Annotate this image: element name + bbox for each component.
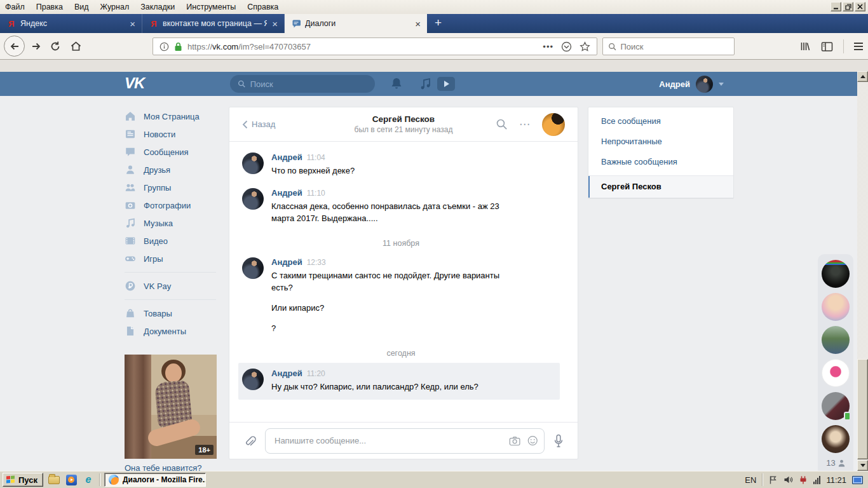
network-plug-icon[interactable] <box>799 475 808 485</box>
menu-icon[interactable] <box>854 43 863 50</box>
scroll-up-button[interactable] <box>857 71 868 82</box>
music-icon[interactable] <box>419 77 432 91</box>
tab-close-icon[interactable]: × <box>128 19 137 29</box>
gamepad-icon <box>125 253 136 264</box>
friend-avatar[interactable] <box>822 293 850 321</box>
forward-button[interactable] <box>31 41 42 52</box>
menu-history[interactable]: Журнал <box>100 3 130 11</box>
reload-button[interactable] <box>50 41 61 52</box>
filter-all-messages[interactable]: Все сообщения <box>588 111 733 132</box>
ad-image[interactable]: 18+ <box>125 355 217 459</box>
quicklaunch-ie[interactable]: e <box>82 473 95 486</box>
volume-icon[interactable] <box>783 475 793 484</box>
menu-file[interactable]: Файл <box>5 3 25 11</box>
back-button[interactable] <box>4 36 25 57</box>
avatar[interactable] <box>242 369 264 390</box>
bookmark-star-icon[interactable] <box>580 41 590 52</box>
chat-search-icon[interactable] <box>496 118 508 130</box>
network-monitor-icon[interactable] <box>852 476 863 484</box>
tab-close-icon[interactable]: × <box>271 19 279 29</box>
friend-avatar[interactable] <box>822 392 850 420</box>
message-input[interactable] <box>275 436 503 445</box>
sidebar-item-groups[interactable]: Группы <box>125 179 220 196</box>
sidebar-item-friends[interactable]: Друзья <box>125 161 220 179</box>
browser-search[interactable] <box>602 37 735 55</box>
vk-search-input[interactable] <box>250 79 367 89</box>
photo-camera-icon[interactable] <box>509 435 520 447</box>
message: Андрей12:33 С такими трещинами сантос не… <box>242 252 560 340</box>
start-button[interactable]: Пуск <box>3 473 43 487</box>
avatar[interactable] <box>242 188 264 210</box>
message-author[interactable]: Андрей <box>271 369 302 378</box>
back-link[interactable]: Назад <box>242 119 318 129</box>
ad-caption-link[interactable]: Она тебе нравится? <box>125 463 217 471</box>
vk-header-search[interactable] <box>230 75 375 93</box>
attach-paperclip-icon[interactable] <box>243 435 256 447</box>
menu-help[interactable]: Справка <box>247 3 278 11</box>
language-indicator[interactable]: EN <box>745 475 756 485</box>
sidebar-item-news[interactable]: Новости <box>125 125 220 143</box>
sidebar-item-games[interactable]: Игры <box>125 250 220 268</box>
message-author[interactable]: Андрей <box>271 152 302 162</box>
url-text[interactable]: https://vk.com/im?sel=470703657 <box>187 42 538 51</box>
signal-strength-icon[interactable] <box>813 476 820 484</box>
flag-icon[interactable] <box>768 475 778 485</box>
sidebar-item-docs[interactable]: Документы <box>125 322 220 340</box>
sidebar-item-market[interactable]: Товары <box>125 304 220 322</box>
avatar[interactable] <box>242 257 264 279</box>
quicklaunch-mediaplayer[interactable] <box>65 473 78 486</box>
avatar[interactable] <box>242 152 264 174</box>
quicklaunch-explorer[interactable] <box>48 473 60 486</box>
vk-logo[interactable]: VK <box>125 74 144 92</box>
sidebar-item-messages[interactable]: Сообщения <box>125 143 220 161</box>
menu-tools[interactable]: Инструменты <box>186 3 236 11</box>
friend-avatar[interactable] <box>822 326 850 354</box>
site-info-icon[interactable] <box>159 42 169 51</box>
scrollbar-thumb[interactable] <box>857 359 868 459</box>
browser-search-input[interactable] <box>620 42 729 51</box>
close-window-button[interactable] <box>855 2 865 11</box>
tab-close-icon[interactable]: × <box>414 19 422 29</box>
microphone-icon[interactable] <box>553 434 564 448</box>
home-button[interactable] <box>70 41 82 52</box>
tab-yandex[interactable]: Я Яндекс × <box>0 14 142 33</box>
sidebar-item-music[interactable]: Музыка <box>125 214 220 232</box>
video-icon[interactable] <box>437 77 455 91</box>
friends-online-count[interactable]: 13 <box>818 458 853 468</box>
restore-button[interactable] <box>843 2 853 11</box>
menu-bookmarks[interactable]: Закладки <box>140 3 175 11</box>
filter-unread[interactable]: Непрочитанные <box>588 132 733 152</box>
task-button-firefox[interactable]: Диалоги - Mozilla Fire... <box>104 473 206 487</box>
sidebar-item-vkpay[interactable]: VK Pay <box>125 277 220 295</box>
filter-important[interactable]: Важные сообщения <box>588 152 733 172</box>
new-tab-button[interactable]: + <box>427 14 449 33</box>
tab-dialogs-active[interactable]: Диалоги × <box>285 14 427 33</box>
sidebars-icon[interactable] <box>821 41 833 52</box>
pocket-icon[interactable] <box>561 41 572 52</box>
minimize-button[interactable] <box>831 2 841 11</box>
lock-icon[interactable] <box>174 42 182 51</box>
sidebar-item-profile[interactable]: Моя Страница <box>125 107 220 125</box>
friend-avatar[interactable] <box>822 359 850 387</box>
message-author[interactable]: Андрей <box>271 188 302 198</box>
sidebar-item-photos[interactable]: Фотографии <box>125 196 220 214</box>
vk-user-menu[interactable]: Андрей <box>659 72 724 96</box>
library-icon[interactable] <box>799 41 811 52</box>
selected-dialog[interactable]: Сергей Песков <box>588 176 733 198</box>
sidebar-item-video[interactable]: Видео <box>125 232 220 250</box>
page-scrollbar[interactable] <box>857 71 868 471</box>
page-actions-icon[interactable]: ••• <box>543 42 553 51</box>
friend-avatar[interactable] <box>822 260 850 288</box>
url-bar[interactable]: https://vk.com/im?sel=470703657 ••• <box>153 37 597 55</box>
menu-edit[interactable]: Правка <box>36 3 63 11</box>
chat-actions-icon[interactable]: ⋯ <box>519 118 531 131</box>
composer-box[interactable] <box>265 428 545 454</box>
friend-avatar[interactable] <box>822 425 850 453</box>
peer-avatar[interactable] <box>542 113 565 136</box>
message-author[interactable]: Андрей <box>271 257 302 267</box>
tab-vk-page[interactable]: Я вконтакте моя страница — Янд × <box>142 14 285 33</box>
scroll-down-button[interactable] <box>857 460 868 471</box>
smiley-icon[interactable] <box>527 435 538 447</box>
menu-view[interactable]: Вид <box>74 3 89 11</box>
notifications-bell-icon[interactable] <box>390 77 403 91</box>
